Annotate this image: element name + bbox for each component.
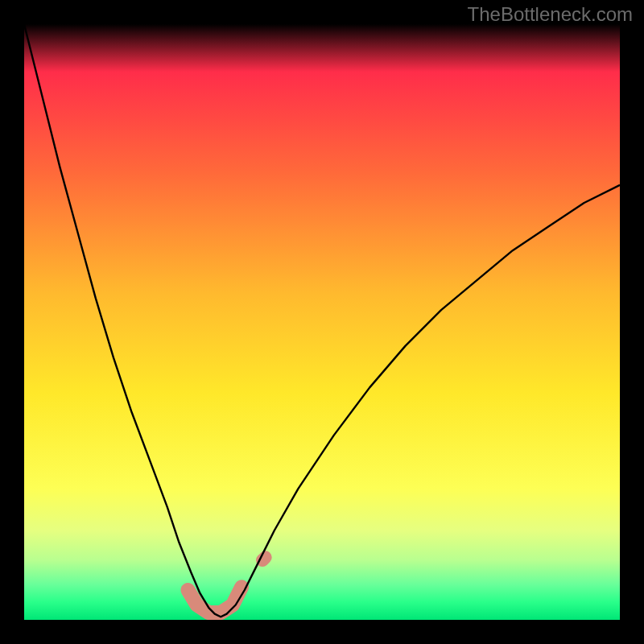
series-marker-dot (262, 557, 266, 560)
chart-svg (24, 24, 620, 620)
plot-area (24, 24, 620, 620)
gradient-background (24, 24, 620, 620)
watermark-text: TheBottleneck.com (468, 3, 633, 26)
chart-frame: TheBottleneck.com (0, 0, 644, 644)
